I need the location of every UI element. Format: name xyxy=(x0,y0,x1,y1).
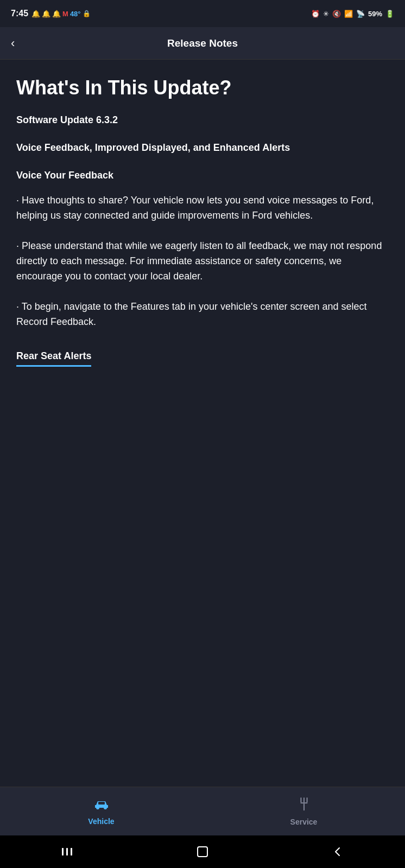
bell-icon-2: 🔔 xyxy=(42,10,50,18)
svg-rect-4 xyxy=(303,797,305,802)
svg-rect-10 xyxy=(71,848,72,856)
service-tab-label: Service xyxy=(290,818,318,826)
recent-apps-button[interactable] xyxy=(61,846,74,857)
main-heading: What's In This Update? xyxy=(16,76,389,99)
mute-icon: 🔇 xyxy=(332,10,341,18)
alarm-icon: ⏰ xyxy=(311,10,320,18)
back-button[interactable]: ‹ xyxy=(11,36,15,50)
update-subtitle: Voice Feedback, Improved Displayed, and … xyxy=(16,141,389,155)
svg-rect-9 xyxy=(66,848,68,856)
svg-point-1 xyxy=(104,806,107,809)
svg-rect-11 xyxy=(198,847,207,857)
svg-rect-6 xyxy=(300,802,307,803)
software-version: Software Update 6.3.2 xyxy=(16,114,389,126)
bell-icon-3: 🔔 xyxy=(52,10,61,18)
bullet-item-3: · To begin, navigate to the Features tab… xyxy=(16,299,389,330)
lock-icon: 🔒 xyxy=(83,10,91,17)
signal-icon: 📡 xyxy=(356,10,365,18)
svg-rect-3 xyxy=(300,797,301,802)
svg-rect-2 xyxy=(98,802,105,805)
vehicle-tab-label: Vehicle xyxy=(88,817,114,826)
status-time: 7:45 xyxy=(11,9,28,18)
svg-rect-8 xyxy=(62,848,64,856)
svg-rect-7 xyxy=(303,803,305,810)
home-button[interactable] xyxy=(196,845,209,858)
back-nav-button[interactable] xyxy=(331,845,344,858)
status-bar: 7:45 🔔 🔔 🔔 M 48° 🔒 ⏰ ✳ 🔇 📶 📡 59% 🔋 xyxy=(0,0,405,27)
tab-bar: Vehicle Service xyxy=(0,787,405,835)
section-voice-feedback-title: Voice Your Feedback xyxy=(16,170,389,181)
bluetooth-icon: ✳ xyxy=(323,10,329,18)
gmail-icon: M xyxy=(62,10,68,18)
svg-rect-5 xyxy=(306,797,307,802)
tab-vehicle[interactable]: Vehicle xyxy=(0,792,202,831)
page-title: Release Notes xyxy=(167,37,238,49)
bullet-item-1: · Have thoughts to share? Your vehicle n… xyxy=(16,193,389,224)
status-right: ⏰ ✳ 🔇 📶 📡 59% 🔋 xyxy=(311,10,394,18)
notification-icons: 🔔 🔔 🔔 M 48° 🔒 xyxy=(31,10,91,18)
svg-point-0 xyxy=(96,806,99,809)
system-nav-bar xyxy=(0,835,405,868)
bullet-item-2: · Please understand that while we eagerl… xyxy=(16,239,389,284)
battery-icon: 🔋 xyxy=(385,10,394,18)
rear-seat-alerts-title: Rear Seat Alerts xyxy=(16,350,91,367)
vehicle-icon xyxy=(93,797,110,814)
bell-icon-1: 🔔 xyxy=(31,10,40,18)
nav-bar: ‹ Release Notes xyxy=(0,27,405,60)
battery-percentage: 59% xyxy=(368,10,382,18)
status-left: 7:45 🔔 🔔 🔔 M 48° 🔒 xyxy=(11,9,91,18)
service-icon xyxy=(298,797,310,815)
tab-service[interactable]: Service xyxy=(202,792,405,832)
main-content: What's In This Update? Software Update 6… xyxy=(0,60,405,787)
temperature-display: 48° xyxy=(70,10,81,18)
wifi-icon: 📶 xyxy=(344,10,353,18)
